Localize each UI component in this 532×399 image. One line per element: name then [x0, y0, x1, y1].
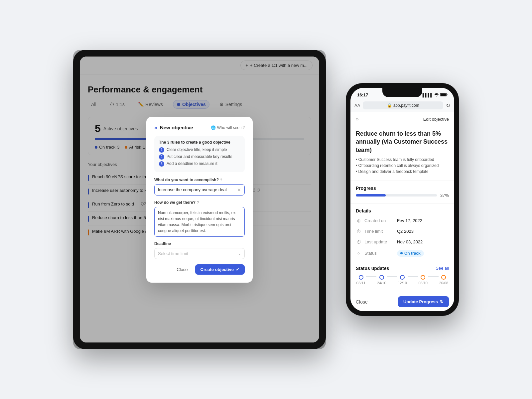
timeline-date-5: 26/08	[439, 281, 449, 285]
rule-num-1: 1	[159, 147, 164, 153]
deadline-select[interactable]: Select time limit ⌄	[154, 248, 245, 259]
bullet-1: • Customer Success team is fully onboard…	[356, 157, 449, 162]
status-badge: On track	[397, 250, 424, 257]
timeline-dot-4	[421, 275, 425, 280]
field2-help-icon: ?	[197, 200, 199, 204]
rule-item-1: 1 Clear objective title, keep it simple	[159, 147, 240, 153]
chevron-down-icon: ⌄	[238, 251, 241, 256]
timelimit-key: Time limit	[364, 229, 394, 234]
modal-title-row: » New objective	[154, 125, 193, 131]
timeline-item-2: 24/10	[376, 275, 387, 285]
globe-icon: 🌐	[211, 125, 216, 130]
field1-help-icon: ?	[220, 178, 222, 182]
status-icon: ⁘	[356, 251, 362, 256]
timeline-item-3: 12/10	[397, 275, 407, 285]
rules-box: The 3 rules to create a good objective 1…	[154, 136, 245, 172]
progress-pct: 37%	[440, 193, 449, 198]
timeline-connector	[387, 276, 397, 277]
progress-fill	[356, 194, 386, 197]
phone-obj-title: Reduce churn to less than 5% annually (v…	[350, 125, 454, 157]
new-objective-modal: » New objective 🌐 Who will see it? The 3…	[146, 117, 253, 283]
tablet-screen: + + Create a 1:1 with a new m... Perform…	[80, 57, 319, 342]
created-key: Created on	[364, 218, 394, 223]
timeline-connector	[366, 276, 376, 277]
objective-title-input[interactable]: Increase the company average deal ✕	[154, 184, 245, 196]
close-modal-button[interactable]: Close	[173, 265, 192, 274]
create-objective-button[interactable]: Create objective ✓	[195, 264, 245, 275]
svg-rect-1	[447, 94, 448, 95]
phone-device: 16:17 ▌▌▌▌ AA	[346, 83, 459, 316]
phone-bullets: • Customer Success team is fully onboard…	[350, 157, 454, 179]
browser-aa-label: AA	[354, 103, 360, 108]
timeline-connector	[428, 276, 439, 277]
browser-url[interactable]: 🔒 app.payfit.com	[363, 101, 443, 109]
progress-row: 37%	[350, 193, 454, 202]
tablet-device: + + Create a 1:1 with a new m... Perform…	[73, 50, 326, 349]
timelimit-value: Q2 2023	[397, 229, 414, 234]
update-progress-button[interactable]: Update Progress ↻	[398, 296, 449, 307]
timeline-dot-2	[379, 275, 384, 280]
timeline-item-1: 03/11	[356, 275, 366, 285]
divider	[350, 181, 454, 181]
created-value: Fev 17, 2022	[397, 218, 422, 223]
phone-obj-header: » Edit objective	[350, 112, 454, 125]
deadline-label: Deadline	[154, 241, 245, 246]
modal-who: 🌐 Who will see it?	[211, 125, 245, 130]
divider	[350, 261, 454, 261]
details-label: Details	[350, 205, 454, 215]
timeline-dot-5	[441, 275, 446, 280]
phone-content: » Edit objective Reduce churn to less th…	[350, 112, 454, 292]
status-key: Status	[364, 251, 394, 256]
timelimit-icon: ⏱	[356, 229, 362, 234]
rules-title: The 3 rules to create a good objective	[159, 140, 240, 145]
field1-label: What do you want to accomplish? ?	[154, 178, 245, 182]
detail-row-timelimit: ⏱ Time limit Q2 2023	[350, 226, 454, 237]
timeline-date-1: 03/11	[356, 281, 366, 285]
timeline-dot-1	[359, 275, 363, 280]
clear-icon[interactable]: ✕	[237, 187, 241, 193]
phone-time: 16:17	[357, 92, 368, 97]
wifi-icon	[434, 93, 439, 97]
timeline-item-5: 26/08	[439, 275, 449, 285]
timeline-row: 03/11 24/10 12/10 08/10	[350, 274, 454, 289]
bullet-3: • Design and deliver a feedback template	[356, 169, 449, 174]
detail-row-created: ⊕ Created on Fev 17, 2022	[350, 215, 454, 226]
detail-row-lastupdate: ⏱ Last update Nov 03, 2022	[350, 237, 454, 247]
svg-rect-2	[441, 93, 446, 96]
detail-row-status: ⁘ Status On track	[350, 247, 454, 259]
status-icons: ▌▌▌▌	[423, 93, 448, 97]
divider	[350, 203, 454, 203]
phone-close-button[interactable]: Close	[356, 299, 368, 305]
field2-label: How do we get there? ?	[154, 200, 245, 205]
modal-footer: Close Create objective ✓	[154, 264, 245, 275]
key-results-textarea[interactable]: Nam ullamcorper, felis in euismod mollis…	[154, 207, 245, 237]
modal-title: New objective	[160, 125, 193, 130]
lastupdate-key: Last update	[364, 239, 394, 244]
phone-screen: 16:17 ▌▌▌▌ AA	[350, 88, 454, 311]
timeline-date-3: 12/10	[398, 281, 407, 285]
signal-icon: ▌▌▌▌	[423, 93, 433, 97]
battery-icon	[440, 93, 448, 97]
modal-overlay: » New objective 🌐 Who will see it? The 3…	[80, 57, 319, 342]
status-dot	[400, 252, 403, 254]
rule-text-3: Add a deadline to measure it	[167, 161, 217, 166]
rule-item-3: 3 Add a deadline to measure it	[159, 161, 240, 167]
lastupdate-value: Nov 03, 2022	[397, 239, 423, 244]
modal-header: » New objective 🌐 Who will see it?	[154, 125, 245, 131]
timeline-item-4: 08/10	[418, 275, 428, 285]
timeline-connector	[408, 276, 418, 277]
bullet-2: • Offboarding retention call is always o…	[356, 163, 449, 168]
created-icon: ⊕	[356, 218, 362, 223]
rule-item-2: 2 Put clear and measurable key results	[159, 154, 240, 160]
rule-num-2: 2	[159, 154, 164, 160]
edit-objective-button[interactable]: Edit objective	[423, 117, 449, 122]
phone-notch	[382, 88, 422, 97]
back-chevrons-icon[interactable]: »	[356, 116, 359, 122]
refresh-icon[interactable]: ↻	[446, 102, 450, 109]
see-all-button[interactable]: See all	[436, 266, 449, 271]
timeline-date-4: 08/10	[418, 281, 428, 285]
forward-icon: »	[154, 125, 157, 131]
lastupdate-icon: ⏱	[356, 239, 362, 245]
checkmark-icon: ✓	[236, 267, 239, 272]
progress-bar	[356, 194, 437, 197]
